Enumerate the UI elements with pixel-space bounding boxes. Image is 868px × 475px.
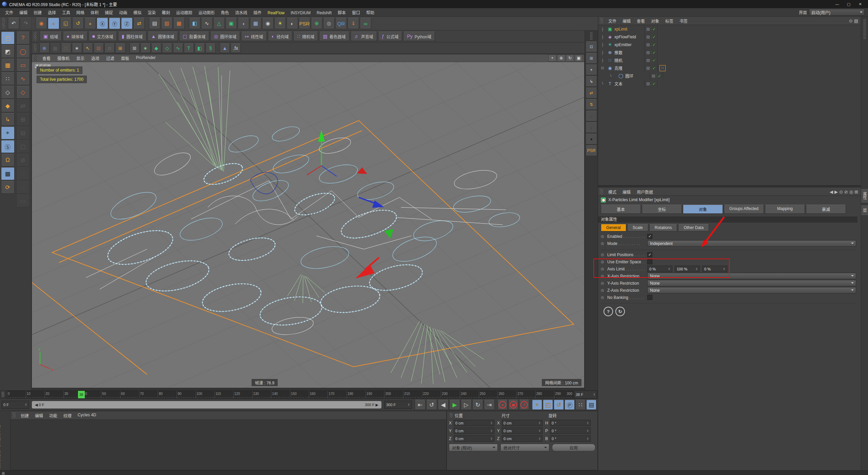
attribute-menu-item[interactable]: 用户数据: [634, 188, 656, 196]
mode-palette-icon[interactable]: ▩: [1, 167, 15, 180]
panel-drag-handle[interactable]: [34, 44, 37, 53]
viewport-nav-icon[interactable]: ⊕: [557, 55, 565, 61]
window-control-button[interactable]: ✕: [854, 0, 866, 8]
size-field[interactable]: 0 cm: [502, 420, 542, 426]
mograph-icon[interactable]: ◧: [195, 43, 205, 53]
mode-palette-icon[interactable]: ⌖: [1, 127, 15, 139]
attribute-subtab[interactable]: Scale: [627, 224, 648, 231]
object-name[interactable]: 推散: [613, 50, 644, 55]
object-menu-item[interactable]: 文件: [605, 17, 619, 25]
layer-toggle-icon[interactable]: ▨: [646, 35, 650, 39]
selection-palette-icon[interactable]: ⊞: [16, 113, 30, 126]
mograph-icon[interactable]: ⊛: [39, 43, 50, 53]
field-button[interactable]: ▢胶囊体域: [179, 32, 209, 41]
key-toggle-button[interactable]: ▤: [586, 400, 596, 410]
position-field[interactable]: 0 cm: [454, 435, 494, 442]
arrange-icon[interactable]: ⊞: [586, 53, 597, 64]
y-axis-restriction-select[interactable]: None: [647, 280, 856, 286]
toolbar-icon[interactable]: ∿: [201, 18, 213, 29]
enabled-check-icon[interactable]: ✓: [652, 58, 656, 63]
visibility-dots-icon[interactable]: ⁚: [650, 35, 652, 39]
panel-drag-handle[interactable]: [863, 19, 866, 39]
menu-item[interactable]: 模拟: [130, 10, 144, 16]
arrange-icon[interactable]: PSR: [586, 145, 597, 156]
playhead-marker[interactable]: 38: [78, 391, 85, 398]
viewport-menu-item[interactable]: ProRender: [133, 55, 159, 62]
tree-branch[interactable]: └: [598, 74, 618, 78]
enabled-checkbox[interactable]: [647, 234, 652, 239]
enabled-check-icon[interactable]: ✓: [652, 81, 656, 86]
mode-palette-icon[interactable]: ∷: [1, 72, 15, 85]
toolbar-icon[interactable]: +: [84, 18, 96, 29]
layer-toggle-icon[interactable]: ▨: [646, 50, 650, 55]
keying-button[interactable]: ●: [497, 400, 508, 410]
field-button[interactable]: ●球体域: [63, 32, 87, 41]
panel-drag-handle[interactable]: [1, 392, 4, 397]
window-control-button[interactable]: ▢: [843, 0, 854, 8]
attribute-toolbar-icon[interactable]: ◀: [830, 189, 833, 194]
menu-item[interactable]: 编辑: [16, 10, 31, 16]
position-field[interactable]: 0 cm: [454, 420, 494, 426]
key-toggle-button[interactable]: +: [532, 400, 542, 410]
panel-drag-handle[interactable]: [600, 189, 603, 194]
arrange-icon[interactable]: ●: [586, 134, 597, 145]
field-button[interactable]: ▮圆柱体域: [118, 32, 146, 41]
range-end-spinner[interactable]: 300 F: [384, 401, 412, 409]
anim-dot-icon[interactable]: ◎: [601, 234, 605, 239]
tree-branch[interactable]: └: [598, 82, 607, 86]
refresh-icon[interactable]: ↻: [615, 307, 625, 316]
menu-item[interactable]: 体积: [87, 10, 102, 16]
mograph-icon[interactable]: T: [184, 43, 194, 53]
arrange-icon[interactable]: ⊟: [586, 41, 597, 52]
position-field[interactable]: 0 cm: [454, 428, 494, 434]
tree-branch[interactable]: ├: [598, 43, 607, 47]
material-list-area[interactable]: [11, 420, 446, 470]
mode-select[interactable]: Independent: [647, 240, 856, 247]
layer-toggle-icon[interactable]: ▨: [652, 74, 655, 78]
layer-toggle-icon[interactable]: ▨: [646, 58, 650, 62]
toolbar-icon[interactable]: ☀: [274, 18, 286, 29]
arrange-icon[interactable]: ⇅: [586, 99, 597, 110]
visibility-dots-icon[interactable]: ⁚: [650, 81, 652, 86]
mode-palette-icon[interactable]: ◩: [1, 45, 15, 58]
selection-palette-icon[interactable]: ∷: [16, 167, 30, 180]
object-menu-item[interactable]: 标签: [662, 17, 676, 25]
menu-item[interactable]: 帮助: [363, 10, 377, 16]
anim-dot-icon[interactable]: ◎: [601, 288, 605, 292]
menu-item[interactable]: 雕刻: [159, 10, 173, 16]
toolbar-icon[interactable]: PSR: [299, 18, 310, 29]
mograph-icon[interactable]: ⊡: [94, 43, 104, 53]
object-name[interactable]: 随机: [613, 57, 644, 63]
attribute-tab[interactable]: Groups Affected: [724, 205, 764, 214]
attribute-toolbar-icon[interactable]: ⊘: [844, 189, 848, 194]
limit-positions-checkbox[interactable]: [647, 252, 652, 257]
selection-palette-icon[interactable]: ∷: [16, 181, 30, 194]
transport-button[interactable]: ▶: [449, 400, 460, 410]
mograph-icon[interactable]: ↖: [83, 43, 93, 53]
transport-button[interactable]: ◀: [438, 400, 449, 410]
attribute-toolbar-icon[interactable]: ⊙: [839, 189, 843, 194]
mode-palette-icon[interactable]: ▦: [1, 59, 15, 72]
key-toggle-button[interactable]: ∷: [575, 400, 586, 410]
mograph-icon[interactable]: ∗: [140, 43, 151, 53]
frame-range-slider[interactable]: ◀ 0 F300 F ▶: [32, 401, 381, 408]
material-menu-item[interactable]: 创建: [18, 412, 32, 419]
toolbar-icon[interactable]: ▤: [149, 18, 160, 29]
toolbar-icon[interactable]: ▦: [173, 18, 185, 29]
transport-button[interactable]: ⇥: [484, 400, 495, 410]
mograph-icon[interactable]: .fx: [231, 43, 241, 53]
enabled-check-icon[interactable]: ✓: [652, 35, 656, 39]
toolbar-icon[interactable]: ⇄: [133, 18, 145, 29]
object-name[interactable]: xpEmitter: [613, 42, 644, 47]
field-button[interactable]: ♬声音域: [351, 32, 377, 41]
visibility-dots-icon[interactable]: ⁚: [650, 66, 652, 70]
menu-item[interactable]: 创建: [31, 10, 45, 16]
toolbar-icon[interactable]: ∞: [360, 18, 371, 29]
field-button[interactable]: ▲圆锥体域: [147, 32, 178, 41]
anim-dot-icon[interactable]: ◎: [601, 295, 605, 300]
enabled-check-icon[interactable]: ✓: [652, 42, 656, 47]
apply-button[interactable]: 应用: [552, 444, 595, 451]
mograph-icon[interactable]: ▦: [50, 43, 60, 53]
object-menu-item[interactable]: 编辑: [619, 17, 634, 25]
enabled-check-icon[interactable]: ✓: [652, 50, 656, 55]
